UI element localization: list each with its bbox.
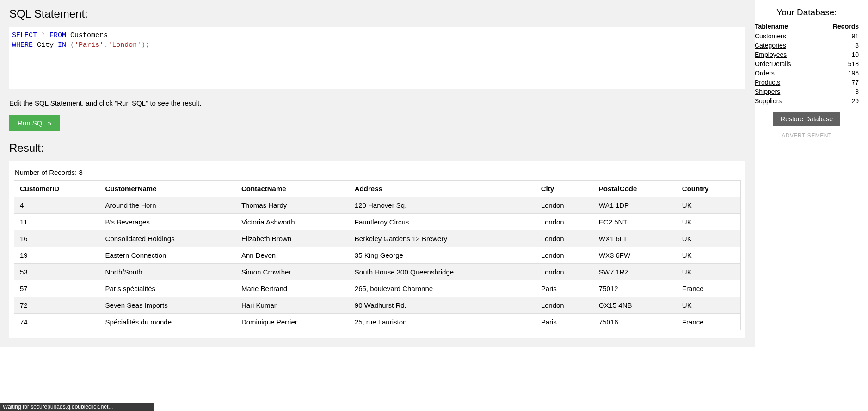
sql-paren: ); bbox=[141, 41, 149, 49]
restore-database-button[interactable]: Restore Database bbox=[773, 112, 840, 126]
result-heading: Result: bbox=[9, 142, 745, 155]
table-row: 11B's BeveragesVictoria AshworthFauntler… bbox=[14, 214, 741, 230]
table-cell: 90 Wadhurst Rd. bbox=[349, 297, 536, 314]
table-cell: North/South bbox=[100, 264, 236, 280]
table-cell: EC2 5NT bbox=[593, 214, 677, 230]
result-column-header: CustomerName bbox=[100, 181, 236, 197]
table-cell: WA1 1DP bbox=[593, 197, 677, 214]
table-cell: 25, rue Lauriston bbox=[349, 314, 536, 330]
table-cell: Fauntleroy Circus bbox=[349, 214, 536, 230]
result-column-header: PostalCode bbox=[593, 181, 677, 197]
db-table-row: OrderDetails518 bbox=[755, 59, 859, 68]
table-row: 74Spécialités du mondeDominique Perrier2… bbox=[14, 314, 741, 330]
db-table-row: Employees10 bbox=[755, 50, 859, 59]
table-cell: London bbox=[536, 297, 593, 314]
table-cell: 75016 bbox=[593, 314, 677, 330]
table-cell: Hari Kumar bbox=[236, 297, 349, 314]
table-cell: Dominique Perrier bbox=[236, 314, 349, 330]
sql-string: 'Paris' bbox=[74, 41, 104, 49]
table-cell: 16 bbox=[14, 230, 100, 247]
db-table-link[interactable]: Customers bbox=[755, 32, 786, 40]
db-table-row: Products77 bbox=[755, 78, 859, 87]
db-header-name: Tablename bbox=[755, 21, 815, 31]
table-cell: Berkeley Gardens 12 Brewery bbox=[349, 230, 536, 247]
table-cell: UK bbox=[677, 264, 741, 280]
db-header-records: Records bbox=[815, 21, 859, 31]
table-cell: SW7 1RZ bbox=[593, 264, 677, 280]
table-cell: London bbox=[536, 264, 593, 280]
result-column-header: Country bbox=[677, 181, 741, 197]
table-cell: Seven Seas Imports bbox=[100, 297, 236, 314]
db-table-link[interactable]: Products bbox=[755, 79, 780, 86]
db-table-row: Orders196 bbox=[755, 68, 859, 78]
table-cell: UK bbox=[677, 214, 741, 230]
sql-statement-heading: SQL Statement: bbox=[9, 7, 745, 20]
run-sql-button[interactable]: Run SQL » bbox=[9, 115, 60, 131]
table-cell: France bbox=[677, 280, 741, 297]
table-cell: Thomas Hardy bbox=[236, 197, 349, 214]
table-cell: UK bbox=[677, 297, 741, 314]
db-table-row: Shippers3 bbox=[755, 87, 859, 96]
db-table-records: 3 bbox=[815, 87, 859, 96]
db-table-records: 8 bbox=[815, 41, 859, 50]
db-table-records: 77 bbox=[815, 78, 859, 87]
table-row: 4Around the HornThomas Hardy120 Hanover … bbox=[14, 197, 741, 214]
table-cell: Simon Crowther bbox=[236, 264, 349, 280]
table-cell: 120 Hanover Sq. bbox=[349, 197, 536, 214]
db-table-link[interactable]: Orders bbox=[755, 69, 775, 77]
db-table-link[interactable]: Shippers bbox=[755, 88, 780, 95]
db-table-records: 10 bbox=[815, 50, 859, 59]
table-cell: UK bbox=[677, 247, 741, 264]
table-cell: 74 bbox=[14, 314, 100, 330]
result-table: CustomerIDCustomerNameContactNameAddress… bbox=[14, 180, 741, 330]
sql-editor[interactable]: SELECT * FROM Customers WHERE City IN ('… bbox=[9, 27, 745, 89]
table-row: 53North/SouthSimon CrowtherSouth House 3… bbox=[14, 264, 741, 280]
table-cell: Ann Devon bbox=[236, 247, 349, 264]
table-cell: 75012 bbox=[593, 280, 677, 297]
db-table-records: 196 bbox=[815, 68, 859, 78]
table-cell: 35 King George bbox=[349, 247, 536, 264]
db-table-link[interactable]: OrderDetails bbox=[755, 60, 791, 68]
table-cell: South House 300 Queensbridge bbox=[349, 264, 536, 280]
db-table-records: 518 bbox=[815, 59, 859, 68]
sql-ident: City bbox=[37, 41, 54, 49]
db-table-link[interactable]: Employees bbox=[755, 51, 787, 58]
sql-comma: , bbox=[104, 41, 108, 49]
table-cell: France bbox=[677, 314, 741, 330]
table-cell: Around the Horn bbox=[100, 197, 236, 214]
table-cell: Victoria Ashworth bbox=[236, 214, 349, 230]
result-panel: Number of Records: 8 CustomerIDCustomerN… bbox=[9, 161, 745, 338]
db-table-row: Suppliers29 bbox=[755, 96, 859, 106]
sql-keyword: FROM bbox=[49, 31, 66, 39]
table-row: 16Consolidated HoldingsElizabeth BrownBe… bbox=[14, 230, 741, 247]
sql-star: * bbox=[41, 31, 45, 39]
table-row: 19Eastern ConnectionAnn Devon35 King Geo… bbox=[14, 247, 741, 264]
table-cell: London bbox=[536, 214, 593, 230]
table-cell: UK bbox=[677, 230, 741, 247]
table-cell: 72 bbox=[14, 297, 100, 314]
table-cell: 19 bbox=[14, 247, 100, 264]
sql-keyword: WHERE bbox=[12, 41, 33, 49]
table-cell: Paris spécialités bbox=[100, 280, 236, 297]
hint-text: Edit the SQL Statement, and click "Run S… bbox=[9, 99, 745, 107]
table-cell: WX3 6FW bbox=[593, 247, 677, 264]
advertisement-label: ADVERTISEMENT bbox=[755, 132, 859, 139]
db-table-records: 29 bbox=[815, 96, 859, 106]
table-cell: B's Beverages bbox=[100, 214, 236, 230]
table-cell: 57 bbox=[14, 280, 100, 297]
table-row: 57Paris spécialitésMarie Bertrand265, bo… bbox=[14, 280, 741, 297]
table-cell: 4 bbox=[14, 197, 100, 214]
sql-keyword: IN bbox=[58, 41, 66, 49]
table-cell: Paris bbox=[536, 314, 593, 330]
main-panel: SQL Statement: SELECT * FROM Customers W… bbox=[0, 0, 755, 347]
db-table-link[interactable]: Categories bbox=[755, 42, 786, 49]
db-table-link[interactable]: Suppliers bbox=[755, 97, 782, 105]
table-row: 72Seven Seas ImportsHari Kumar90 Wadhurs… bbox=[14, 297, 741, 314]
table-cell: OX15 4NB bbox=[593, 297, 677, 314]
db-table-row: Categories8 bbox=[755, 41, 859, 50]
result-column-header: City bbox=[536, 181, 593, 197]
result-column-header: ContactName bbox=[236, 181, 349, 197]
table-cell: Eastern Connection bbox=[100, 247, 236, 264]
table-cell: Elizabeth Brown bbox=[236, 230, 349, 247]
table-cell: Spécialités du monde bbox=[100, 314, 236, 330]
